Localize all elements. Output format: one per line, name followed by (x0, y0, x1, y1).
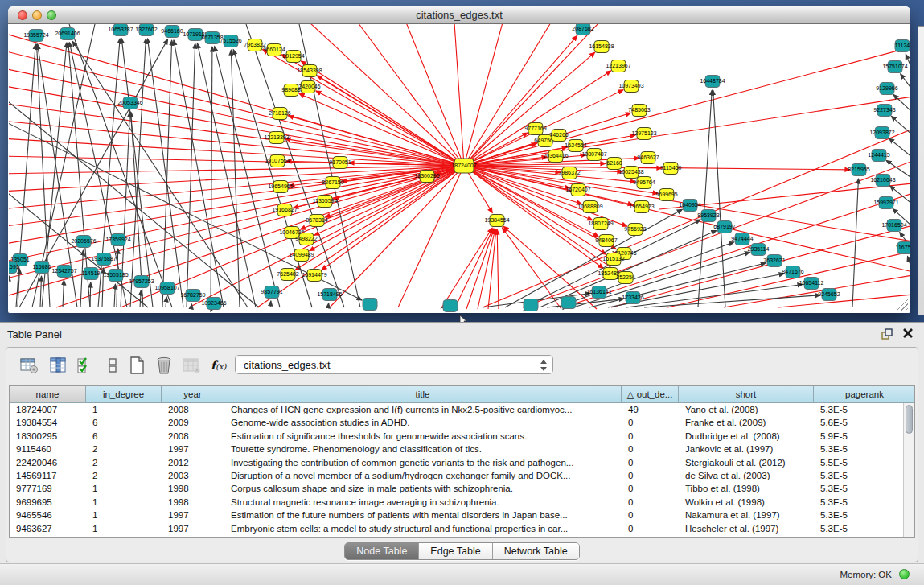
table-settings-icon[interactable] (18, 354, 40, 377)
table-cell[interactable]: 0 (622, 522, 679, 535)
table-cell[interactable]: 0 (622, 496, 679, 509)
table-cell[interactable]: 2003 (162, 469, 224, 482)
graph-node[interactable] (561, 297, 576, 309)
table-cell[interactable]: Nakamura et al. (1997) (679, 509, 814, 521)
table-cell[interactable]: 5.3E-5 (814, 509, 915, 521)
network-canvas[interactable]: 1872400719355724206914061065328713276029… (9, 24, 910, 312)
table-cell[interactable]: Estimation of significance thresholds fo… (224, 430, 622, 443)
table-cell[interactable]: Dudbridge et al. (2008) (679, 430, 814, 443)
table-cell[interactable]: 0 (622, 443, 679, 455)
table-cell[interactable]: Tourette syndrome. Phenomenology and cla… (224, 443, 622, 455)
tab-edge-table[interactable]: Edge Table (419, 543, 492, 559)
table-cell[interactable]: Embryonic stem cells: a model to study s… (224, 522, 622, 535)
table-cell[interactable]: Changes of HCN gene expression and I(f) … (224, 403, 622, 416)
column-header-year[interactable]: year (162, 386, 224, 402)
table-cell[interactable]: Investigating the contribution of common… (224, 456, 622, 469)
column-header-short[interactable]: short (679, 386, 814, 402)
table-cell[interactable]: Structural magnetic resonance image aver… (224, 496, 622, 509)
window-titlebar[interactable]: citations_edges.txt (8, 6, 910, 24)
float-window-icon[interactable] (881, 328, 893, 340)
table-cell[interactable]: 1 (86, 496, 162, 509)
table-cell[interactable]: 2 (86, 469, 162, 482)
table-cell[interactable]: 0 (622, 469, 679, 482)
column-header-in_degree[interactable]: in_degree (86, 386, 162, 402)
table-cell[interactable]: 9465546 (10, 509, 86, 521)
table-cell[interactable]: 19384554 (10, 416, 86, 429)
table-cell[interactable]: 18724007 (10, 403, 86, 416)
table-cell[interactable]: 1997 (162, 509, 224, 521)
table-cell[interactable]: 2008 (162, 430, 224, 443)
table-cell[interactable]: 1998 (162, 496, 224, 509)
tab-node-table[interactable]: Node Table (345, 543, 419, 559)
table-cell[interactable]: 5.3E-5 (814, 496, 915, 509)
close-icon[interactable] (901, 327, 914, 340)
table-cell[interactable]: 6 (86, 416, 162, 429)
table-row[interactable]: 2242004622012Investigating the contribut… (10, 456, 914, 469)
table-cell[interactable]: 1 (86, 522, 162, 535)
table-selector-dropdown[interactable]: citations_edges.txt (235, 355, 553, 374)
table-cell[interactable]: Disruption of a novel member of a sodium… (224, 469, 622, 482)
table-cell[interactable]: 2009 (162, 416, 224, 429)
table-row[interactable]: 1872400712008Changes of HCN gene express… (10, 403, 914, 416)
table-cell[interactable]: Estimation of the future numbers of pati… (224, 509, 622, 521)
column-header-out_de[interactable]: △ out_de... (622, 386, 679, 402)
table-row[interactable]: 946554611997Estimation of the future num… (10, 509, 914, 521)
table-cell[interactable]: 2 (86, 456, 162, 469)
table-cell[interactable]: 2 (86, 443, 162, 455)
table-cell[interactable]: Corpus callosum shape and size in male p… (224, 482, 622, 495)
table-cell[interactable]: 5.3E-5 (814, 469, 915, 482)
table-cell[interactable]: 2008 (162, 403, 224, 416)
table-row[interactable]: 1456911722003Disruption of a novel membe… (10, 469, 914, 482)
table-cell[interactable]: 5.3E-5 (814, 522, 915, 535)
function-builder-icon[interactable]: f(x) (207, 354, 230, 377)
table-cell[interactable]: 0 (622, 430, 679, 443)
scrollbar-thumb[interactable] (906, 405, 913, 434)
table-cell[interactable]: Stergiakouli et al. (2012) (679, 456, 814, 469)
table-cell[interactable]: Genome-wide association studies in ADHD. (224, 416, 622, 429)
table-cell[interactable]: 5.6E-5 (814, 416, 915, 429)
table-cell[interactable]: 5.3E-5 (814, 403, 915, 416)
table-row[interactable]: 911546021997Tourette syndrome. Phenomeno… (10, 443, 914, 455)
column-header-title[interactable]: title (224, 386, 622, 402)
table-row[interactable]: 977716911998Corpus callosum shape and si… (10, 482, 914, 495)
table-cell[interactable]: 1 (86, 509, 162, 521)
table-cell[interactable]: 5.3E-5 (814, 443, 915, 455)
table-cell[interactable]: 9115460 (10, 443, 86, 455)
select-all-icon[interactable] (74, 354, 97, 377)
table-cell[interactable]: Tibbo et al. (1998) (679, 482, 814, 495)
graph-node[interactable] (524, 299, 538, 311)
table-cell[interactable]: 9463627 (10, 522, 86, 535)
table-cell[interactable]: 6 (86, 430, 162, 443)
graph-node[interactable] (443, 300, 458, 312)
table-cell[interactable]: 1998 (162, 482, 224, 495)
table-scrollbar[interactable] (903, 403, 914, 537)
table-cell[interactable]: 5.3E-5 (814, 482, 915, 495)
table-cell[interactable]: de Silva et al. (2003) (679, 469, 814, 482)
table-cell[interactable]: 0 (622, 482, 679, 495)
table-cell[interactable]: 9699695 (10, 496, 86, 509)
table-cell[interactable]: 22420046 (10, 456, 86, 469)
table-cell[interactable]: Hescheler et al. (1997) (679, 522, 814, 535)
table-cell[interactable]: Jankovic et al. (1997) (679, 443, 814, 455)
table-cell[interactable]: 0 (622, 456, 679, 469)
stacked-boxes-icon[interactable] (101, 354, 124, 377)
table-cell[interactable]: 1997 (162, 443, 224, 455)
table-cell[interactable]: 0 (622, 509, 679, 521)
table-row[interactable]: 946362711997Embryonic stem cells: a mode… (10, 522, 914, 535)
delete-trash-icon[interactable] (153, 354, 175, 377)
table-cell[interactable]: 1 (86, 403, 162, 416)
new-document-icon[interactable] (125, 354, 148, 377)
table-cell[interactable]: 18300295 (10, 430, 86, 443)
table-cell[interactable]: 2012 (162, 456, 224, 469)
table-cell[interactable]: 5.9E-5 (814, 430, 915, 443)
graph-node[interactable] (363, 299, 377, 311)
table-cell[interactable]: Franke et al. (2009) (679, 416, 814, 429)
table-cell[interactable]: 1 (86, 482, 162, 495)
table-cell[interactable]: Wolkin et al. (1998) (679, 496, 814, 509)
table-cell[interactable]: 49 (622, 403, 679, 416)
table-cell[interactable]: Yano et al. (2008) (679, 403, 814, 416)
column-header-pagerank[interactable]: pagerank (814, 386, 915, 402)
table-cell[interactable]: 5.5E-5 (814, 456, 915, 469)
table-row[interactable]: 1830029562008Estimation of significance … (10, 430, 914, 443)
table-cell[interactable]: 0 (622, 416, 679, 429)
